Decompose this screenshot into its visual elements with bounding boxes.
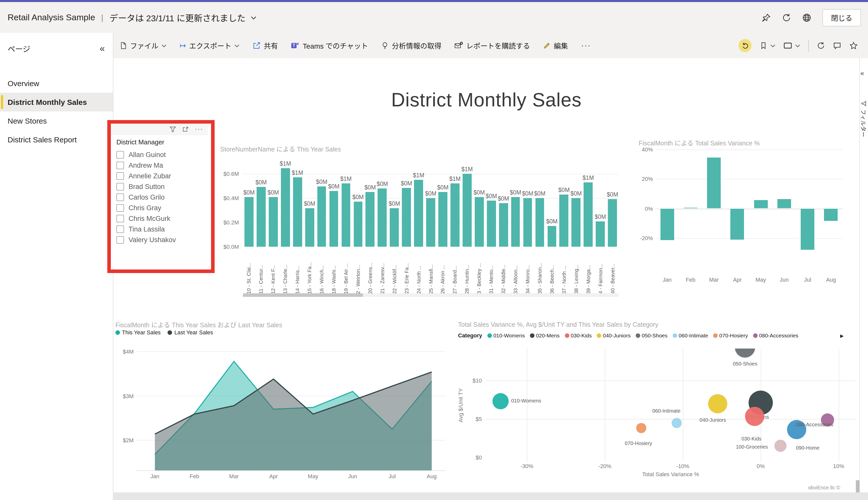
bar-13 - Charle...[interactable] (281, 168, 290, 247)
bar-11 - Centur...[interactable] (257, 187, 266, 247)
sidebar-item-new-stores[interactable]: New Stores (0, 112, 113, 130)
slicer-option-valery-ushakov[interactable]: Valery Ushakov (116, 235, 206, 245)
legend-item-040-juniors[interactable]: 040-Juniors (597, 332, 631, 338)
filter-panel-rail[interactable]: « フィルター (859, 58, 868, 492)
slicer-option-carlos-grilo[interactable]: Carlos Grilo (116, 192, 206, 203)
scrollbar-thumb[interactable] (243, 293, 363, 297)
checkbox[interactable] (116, 172, 124, 180)
data-updated-text[interactable]: データは 23/1/11 に更新されました (109, 11, 245, 24)
bar-32 - Middle...[interactable] (499, 203, 508, 247)
bar-38 - Lexing...[interactable] (572, 198, 580, 247)
bar-26 - Akron ...[interactable] (438, 192, 447, 247)
favorite-button[interactable] (849, 42, 858, 50)
subscribe-button[interactable]: レポートを購読する (455, 41, 530, 51)
checkbox[interactable] (116, 183, 124, 191)
export-menu[interactable]: ↦ エクスポート (180, 41, 239, 51)
sidebar-item-overview[interactable]: Overview (0, 74, 113, 93)
checkbox[interactable] (116, 204, 124, 212)
comments-button[interactable] (833, 42, 841, 50)
bar-19 - Bel Air ...[interactable] (341, 183, 350, 247)
expand-filters-icon[interactable]: « (860, 69, 864, 77)
checkbox[interactable] (116, 236, 124, 244)
slicer-option-tina-lassila[interactable]: Tina Lassila (116, 224, 206, 235)
bar-27 - Board...[interactable] (450, 183, 459, 247)
slicer-option-annelie-zubar[interactable]: Annelie Zubar (116, 171, 206, 181)
bar-2 - Weirton...[interactable] (353, 202, 362, 247)
legend-item-060-intimate[interactable]: 060-Intimate (673, 332, 708, 338)
bar-36 - Beech...[interactable] (547, 226, 556, 247)
bar-39 - Morga...[interactable] (584, 182, 593, 247)
legend-item-last-year-sales[interactable]: Last Year Sales (168, 329, 213, 336)
checkbox[interactable] (116, 162, 124, 169)
bar-34 - Monro...[interactable] (523, 198, 532, 247)
legend-item-030-kids[interactable]: 030-Kids (565, 332, 592, 338)
visual-more-options-icon[interactable]: ··· (195, 128, 203, 131)
checkbox[interactable] (116, 151, 124, 159)
vertical-scrollbar-thumb[interactable] (856, 480, 859, 493)
bar-3 - Beckley ...[interactable] (475, 197, 484, 247)
chevron-down-icon[interactable] (250, 15, 257, 20)
reset-to-default-button[interactable] (738, 39, 752, 52)
checkbox[interactable] (116, 215, 124, 223)
column-May[interactable] (754, 200, 767, 208)
bubble-040-juniors[interactable] (708, 394, 728, 413)
collapse-pages-icon[interactable]: « (100, 44, 105, 53)
bar-20 - Greens...[interactable] (366, 192, 375, 247)
bar-33 - Altoon...[interactable] (511, 197, 520, 247)
bar-21 - Zanesv...[interactable] (378, 189, 387, 247)
column-Apr[interactable] (730, 208, 744, 239)
column-Mar[interactable] (707, 158, 721, 208)
sidebar-item-district-monthly-sales[interactable]: District Monthly Sales (0, 93, 113, 112)
legend-item-020-mens[interactable]: 020-Mens (530, 332, 560, 338)
refresh-icon[interactable] (782, 13, 791, 22)
column-Jan[interactable] (660, 208, 674, 240)
bar-4 - Fairmon...[interactable] (596, 221, 605, 247)
bar-37 - North ...[interactable] (560, 194, 568, 247)
bar-40 - Beaver...[interactable] (608, 199, 617, 247)
legend-more-arrow-icon[interactable]: ▶ (840, 333, 844, 338)
bar-24 - North ...[interactable] (414, 180, 423, 247)
bar-15 - York Fa...[interactable] (305, 208, 314, 247)
legend-item-070-hosiery[interactable]: 070-Hosiery (713, 332, 748, 338)
bubble-010-womens[interactable] (492, 393, 508, 409)
bar-22 - Wicklif...[interactable] (390, 208, 399, 247)
column-Feb[interactable] (684, 208, 697, 208)
sidebar-item-district-sales-report[interactable]: District Sales Report (0, 130, 113, 149)
bar-16 - Winch...[interactable] (317, 186, 326, 247)
checkbox[interactable] (116, 194, 124, 201)
bubble-070-hosiery[interactable] (636, 423, 647, 433)
edit-button[interactable]: 編集 (543, 41, 568, 51)
teams-chat-button[interactable]: T Teams でのチャット (291, 41, 368, 51)
share-button[interactable]: 共有 (253, 41, 278, 51)
bar-18 - Washi...[interactable] (329, 191, 338, 247)
column-Aug[interactable] (824, 208, 838, 221)
bar-31 - Mento...[interactable] (487, 201, 496, 247)
column-Jun[interactable] (777, 199, 791, 208)
more-options-button[interactable]: ··· (581, 41, 591, 50)
slicer-option-andrew-ma[interactable]: Andrew Ma (116, 160, 206, 171)
refresh-visuals-button[interactable] (817, 42, 825, 50)
checkbox[interactable] (116, 225, 124, 233)
bubble-100-groceries[interactable] (774, 440, 786, 452)
filter-icon[interactable] (169, 126, 176, 133)
bar-25 - Mansfi...[interactable] (426, 198, 435, 247)
get-insights-button[interactable]: 分析情報の取得 (381, 41, 441, 51)
legend-item-050-shoes[interactable]: 050-Shoes (636, 332, 668, 338)
file-menu[interactable]: ファイル (119, 41, 166, 51)
view-mode-button[interactable] (784, 42, 800, 50)
close-button[interactable]: 閉じる (822, 9, 861, 26)
bubble-060-intimate[interactable] (671, 418, 681, 428)
column-Jul[interactable] (801, 208, 814, 250)
focus-mode-icon[interactable] (182, 126, 189, 133)
slicer-option-chris-gray[interactable]: Chris Gray (116, 203, 206, 213)
slicer-option-brad-sutton[interactable]: Brad Sutton (116, 181, 206, 192)
bar-28 - Huntin...[interactable] (462, 174, 471, 247)
bar-10 - St. Clai...[interactable] (245, 197, 253, 247)
bar-12 - Kent F...[interactable] (269, 197, 278, 247)
bookmarks-button[interactable] (760, 42, 775, 50)
legend-item-080-accessories[interactable]: 080-Accessories (753, 332, 798, 338)
bubble-050-shoes[interactable] (735, 349, 755, 357)
bar-35 - Sharon...[interactable] (535, 198, 544, 247)
slicer-option-chris-mcgurk[interactable]: Chris McGurk (116, 213, 206, 224)
globe-icon[interactable] (802, 13, 811, 22)
